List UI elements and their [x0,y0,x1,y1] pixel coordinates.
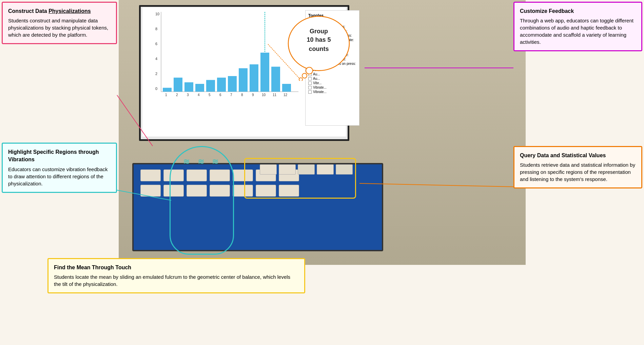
toggle-row: Vibr... [308,81,356,85]
svg-text:2: 2 [176,93,178,97]
svg-rect-16 [206,80,215,92]
svg-text:Group: Group [310,28,328,35]
svg-text:9: 9 [252,93,254,97]
svg-point-36 [299,78,303,81]
highlight-title: Highlight Specific Regions through Vibra… [8,148,111,164]
svg-text:6: 6 [155,42,157,46]
mean-body: Students locate the mean by sliding an e… [54,273,299,288]
yellow-highlight-outline [244,158,356,199]
svg-text:3: 3 [187,93,189,97]
svg-rect-29 [271,67,280,92]
svg-text:8: 8 [155,27,157,31]
teal-region-outline [170,146,234,255]
svg-rect-31 [282,84,291,92]
svg-point-35 [302,73,307,78]
svg-point-33 [288,16,349,71]
svg-text:10 has 5: 10 has 5 [307,36,331,43]
svg-text:7: 7 [230,93,232,97]
customize-title: Customize Feedback [520,7,636,15]
svg-text:10: 10 [262,93,266,97]
query-title: Query Data and Statistical Values [520,152,636,159]
svg-rect-8 [163,88,172,92]
svg-text:1: 1 [165,93,167,97]
bar-chart: 10 8 6 4 2 0 1 2 3 4 5 6 7 8 [149,8,305,131]
construct-title: Construct Data Physicalizations [8,7,111,15]
speech-bubble-container: Group 10 has 5 counts [285,13,353,81]
svg-rect-10 [174,78,182,92]
customize-box: Customize Feedback Through a web app, ed… [513,2,642,51]
svg-text:10: 10 [155,12,159,16]
mean-title: Find the Mean Through Touch [54,264,299,271]
svg-text:4: 4 [198,93,200,97]
construct-box: Construct Data Physicalizations Students… [2,2,117,44]
svg-text:12: 12 [284,93,288,97]
svg-text:5: 5 [209,93,211,97]
toggle-row: Vibrate... [308,86,356,89]
svg-text:4: 4 [155,57,157,61]
svg-rect-26 [260,53,269,92]
mean-box: Find the Mean Through Touch Students loc… [47,258,305,293]
construct-body: Students construct and manipulate data p… [8,17,111,38]
query-body: Students retrieve data and statistical i… [520,161,636,183]
svg-rect-14 [195,84,204,92]
svg-rect-20 [228,76,237,92]
svg-rect-12 [184,82,193,92]
svg-text:6: 6 [219,93,221,97]
svg-text:0: 0 [155,87,157,91]
svg-rect-24 [250,65,258,92]
svg-text:8: 8 [241,93,243,97]
query-box: Query Data and Statistical Values Studen… [513,146,642,188]
svg-rect-22 [239,68,248,92]
toggle-row: Vibrate... [308,90,356,94]
highlight-body: Educators can customize vibration feedba… [8,166,111,187]
svg-text:2: 2 [155,72,157,76]
svg-rect-18 [217,78,226,92]
svg-text:11: 11 [273,93,277,97]
svg-text:counts: counts [309,46,329,52]
customize-body: Through a web app, educators can toggle … [520,17,636,46]
highlight-box: Highlight Specific Regions through Vibra… [2,143,117,193]
svg-point-34 [306,67,313,74]
speech-bubble-svg: Group 10 has 5 counts [285,13,353,81]
page: 10 8 6 4 2 0 1 2 3 4 5 6 7 8 [0,0,644,345]
